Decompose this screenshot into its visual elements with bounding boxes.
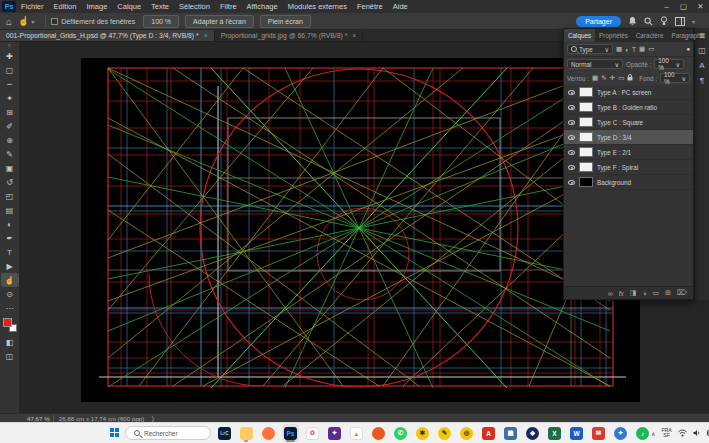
lock-position-icon[interactable]: ✛ [610, 74, 615, 82]
taskbar-app-whatsapp[interactable]: ✆ [392, 424, 409, 442]
menu-fichier[interactable]: Fichier [16, 0, 49, 13]
delete-layer-icon[interactable]: ⌦ [677, 289, 687, 297]
layer-row-type-a[interactable]: Type A : PC screen [564, 85, 693, 100]
visibility-eye-icon[interactable] [568, 150, 575, 155]
zoom-tool[interactable]: ⊙ [1, 287, 19, 301]
layer-row-background[interactable]: Background [564, 175, 693, 190]
tool-preset-caret-icon[interactable]: ▾ [31, 18, 34, 25]
lock-transparency-icon[interactable]: ▦ [592, 74, 598, 82]
layer-row-type-d-selected[interactable]: Type D : 3/4 [564, 130, 693, 145]
taskbar-app-lightroom-classic[interactable]: LrC [216, 424, 233, 442]
lock-artboard-icon[interactable]: ▭ [618, 74, 624, 82]
dock-libraries-icon[interactable]: ◫ [698, 46, 706, 55]
marquee-tool[interactable]: ▢ [1, 63, 19, 77]
tab-paragraphe[interactable]: Paragraphe [667, 29, 708, 42]
blend-mode-select[interactable]: Normal ∨ [567, 59, 623, 69]
status-chevron-icon[interactable]: ❭ [150, 415, 155, 422]
taskbar-app-photos[interactable]: ✿ [304, 424, 321, 442]
filter-shape-layers-icon[interactable]: ▦ [639, 45, 645, 53]
taskbar-app-purple[interactable]: ✦ [326, 424, 343, 442]
filter-type-layers-icon[interactable]: T [632, 46, 636, 53]
healing-tool[interactable]: ⊕ [1, 133, 19, 147]
fit-screen-button[interactable]: Adapter à l'écran [185, 15, 254, 28]
taskbar-app-excel[interactable]: X [546, 424, 563, 442]
hand-tool-icon[interactable]: ☝ [18, 16, 29, 26]
toolbar-grip[interactable]: ≡ [8, 42, 11, 49]
layer-thumbnail[interactable] [579, 87, 593, 97]
filter-smart-objects-icon[interactable]: ▭ [648, 45, 654, 53]
tab-calques[interactable]: Calques [564, 29, 595, 42]
layer-row-type-f[interactable]: Type F : Spiral [564, 160, 693, 175]
layer-row-type-e[interactable]: Type E : 2/1 [564, 145, 693, 160]
workspace-icon[interactable] [675, 17, 685, 26]
object-selection-tool[interactable]: ✦ [1, 91, 19, 105]
dock-character-icon[interactable]: A [699, 61, 704, 70]
visibility-eye-icon[interactable] [568, 165, 575, 170]
eyedropper-tool[interactable]: ✐ [1, 119, 19, 133]
gradient-tool[interactable]: ▤ [1, 203, 19, 217]
tab-close-icon[interactable]: × [352, 32, 356, 39]
layer-row-type-c[interactable]: Type C : Square [564, 115, 693, 130]
search-icon[interactable] [644, 17, 653, 26]
menu-modules-externes[interactable]: Modules externes [283, 0, 352, 13]
taskbar-app-acrobat[interactable]: A [480, 424, 497, 442]
home-icon[interactable]: ⌂ [6, 16, 12, 27]
visibility-eye-icon[interactable] [568, 120, 575, 125]
menu-aide[interactable]: Aide [388, 0, 413, 13]
layer-thumbnail[interactable] [579, 102, 593, 112]
layer-thumbnail[interactable] [579, 162, 593, 172]
volume-icon[interactable] [693, 429, 701, 437]
taskbar-app-green-circle[interactable]: ♪ [634, 424, 651, 442]
hand-tool[interactable]: ☝ [1, 273, 19, 287]
tab-caractere[interactable]: Caractère [632, 29, 668, 42]
document-tab-psd[interactable]: 001-Proportional_Grids_H.psd @ 47,7% (Ty… [0, 30, 215, 41]
taskbar-app-photoshop[interactable]: Ps [282, 424, 299, 442]
foreground-color-swatch[interactable] [3, 318, 12, 327]
pen-tool[interactable]: ✒ [1, 231, 19, 245]
lock-all-icon[interactable] [627, 74, 633, 82]
menu-image[interactable]: Image [81, 0, 112, 13]
tab-close-icon[interactable]: × [204, 32, 208, 39]
opacity-select[interactable]: 100 % ∨ [654, 59, 684, 69]
menu-selection[interactable]: Sélection [174, 0, 215, 13]
link-layers-icon[interactable]: ∞ [608, 290, 613, 297]
lasso-tool[interactable]: ∽ [1, 77, 19, 91]
taskbar-app-calculator[interactable]: ▦ [502, 424, 519, 442]
visibility-eye-icon[interactable] [568, 90, 575, 95]
taskbar-app-yellow-3[interactable]: ◎ [458, 424, 475, 442]
layer-thumbnail[interactable] [579, 117, 593, 127]
new-group-icon[interactable]: ▭ [653, 289, 660, 297]
layer-thumbnail[interactable] [579, 132, 593, 142]
brush-tool[interactable]: ✎ [1, 147, 19, 161]
dodge-tool[interactable]: ◐ [1, 217, 19, 231]
type-tool[interactable]: T [1, 245, 19, 259]
taskbar-app-red-square[interactable]: ✉ [590, 424, 607, 442]
layer-thumbnail[interactable] [579, 147, 593, 157]
zoom-level-field[interactable]: 47,67 % [24, 415, 54, 422]
adjustment-layer-icon[interactable]: ◑ [642, 290, 646, 297]
taskbar-search[interactable]: Rechercher [125, 426, 211, 440]
full-screen-button[interactable]: Plein écran [260, 15, 311, 28]
taskbar-app-orange-circle[interactable] [370, 424, 387, 442]
close-button[interactable]: ✕ [692, 0, 709, 13]
screen-mode-icon[interactable]: ◫ [1, 349, 19, 363]
zoom-100-button[interactable]: 100 % [143, 15, 179, 28]
history-brush-tool[interactable]: ↺ [1, 175, 19, 189]
maximize-button[interactable]: ▢ [675, 0, 692, 13]
taskbar-app-firefox[interactable] [260, 424, 277, 442]
lightbulb-icon[interactable] [660, 16, 668, 26]
document-canvas[interactable] [81, 58, 640, 402]
menu-calque[interactable]: Calque [112, 0, 146, 13]
taskbar-app-blue-circle[interactable]: ✦ [612, 424, 629, 442]
more-tools-icon[interactable]: ⋯ [1, 301, 19, 315]
new-layer-icon[interactable]: ⊞ [665, 289, 671, 297]
bell-icon[interactable] [628, 16, 637, 26]
quick-mask-icon[interactable]: ◧ [1, 335, 19, 349]
filter-pixel-layers-icon[interactable]: ▩ [616, 45, 622, 53]
taskbar-app-yellow-1[interactable]: ✱ [414, 424, 431, 442]
menu-filtre[interactable]: Filtre [215, 0, 242, 13]
taskbar-app-file-explorer[interactable] [238, 424, 255, 442]
wifi-icon[interactable] [678, 429, 687, 437]
move-tool[interactable]: ✚ [1, 49, 19, 63]
filter-toggle-icon[interactable]: ● [686, 46, 690, 52]
